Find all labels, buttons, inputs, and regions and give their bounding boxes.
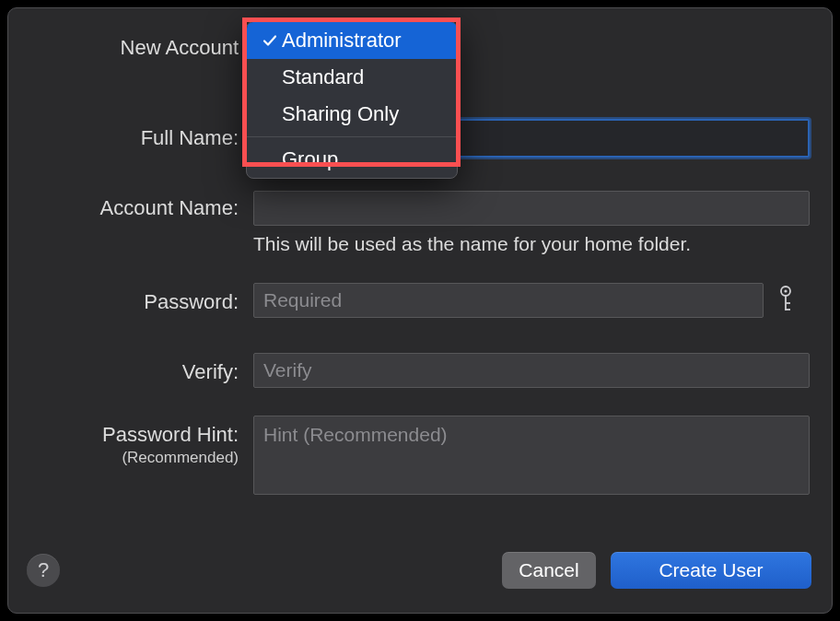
create-user-button[interactable]: Create User (611, 552, 811, 589)
menu-item-label: Standard (282, 65, 364, 89)
new-account-type-menu[interactable]: Administrator Standard Sharing Only Grou… (246, 21, 458, 179)
key-icon[interactable] (776, 285, 795, 316)
new-user-dialog: New Account Full Name: Account Name: Thi… (7, 7, 833, 614)
password-hint-field[interactable] (253, 416, 810, 495)
account-name-label: Account Name: (100, 196, 239, 220)
menu-item-group[interactable]: Group (247, 141, 457, 178)
cancel-button-label: Cancel (519, 559, 578, 581)
password-hint-sublabel: (Recommended) (122, 449, 239, 467)
full-name-label: Full Name: (141, 126, 239, 150)
menu-item-sharing-only[interactable]: Sharing Only (247, 96, 457, 133)
new-account-label: New Account (121, 36, 239, 60)
verify-field[interactable] (253, 353, 810, 388)
create-user-button-label: Create User (659, 559, 763, 581)
password-hint-input[interactable] (254, 416, 809, 494)
password-label: Password: (144, 290, 239, 314)
help-icon: ? (38, 558, 49, 582)
account-name-input[interactable] (254, 192, 809, 225)
menu-item-administrator[interactable]: Administrator (247, 22, 457, 59)
account-name-helper: This will be used as the name for your h… (253, 233, 691, 255)
checkmark-icon (258, 33, 282, 48)
verify-label: Verify: (182, 360, 239, 384)
password-field[interactable] (253, 283, 764, 318)
menu-separator (247, 136, 457, 137)
verify-input[interactable] (254, 354, 809, 387)
help-button[interactable]: ? (27, 554, 60, 587)
menu-item-label: Group (282, 147, 338, 171)
svg-point-1 (784, 289, 787, 292)
menu-item-label: Sharing Only (282, 102, 399, 126)
password-hint-label: Password Hint: (102, 423, 239, 447)
password-input[interactable] (254, 284, 763, 317)
menu-item-label: Administrator (282, 29, 402, 53)
account-name-field[interactable] (253, 191, 810, 226)
menu-item-standard[interactable]: Standard (247, 59, 457, 96)
cancel-button[interactable]: Cancel (502, 552, 596, 589)
